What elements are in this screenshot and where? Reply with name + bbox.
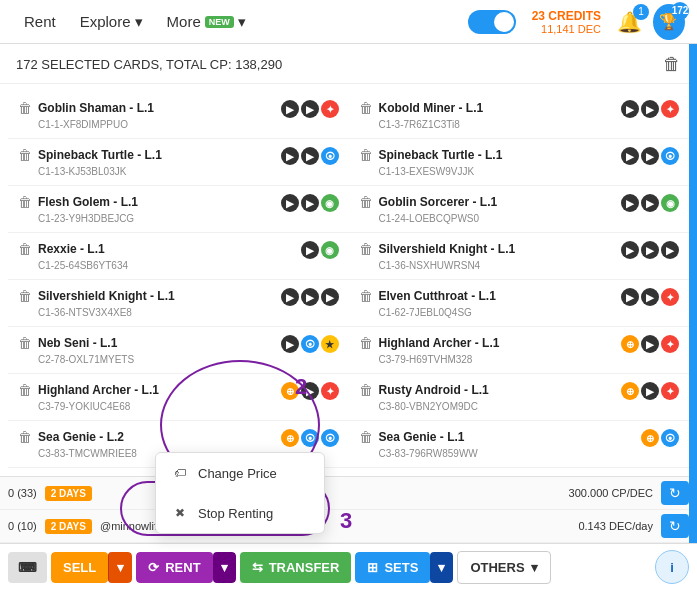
mode-toggle[interactable] xyxy=(468,10,516,34)
avatar-button[interactable]: 🏆 172 xyxy=(653,6,685,38)
rent-icon: ⟳ xyxy=(148,560,159,575)
toggle-switch-area[interactable] xyxy=(468,10,516,34)
info-button[interactable]: i xyxy=(655,550,689,584)
card-name: Rexxie - L.1 ▶◉ xyxy=(38,239,339,259)
card-id: C1-3-7R6Z1C3Ti8 xyxy=(379,119,680,130)
sets-arrow-button[interactable]: ▾ xyxy=(430,552,453,583)
list-item: 🗑 Silvershield Knight - L.1 ▶▶▶ C1-36-NS… xyxy=(349,233,690,280)
card-remove-button[interactable]: 🗑 xyxy=(359,429,373,445)
card-remove-button[interactable]: 🗑 xyxy=(359,194,373,210)
card-remove-button[interactable]: 🗑 xyxy=(359,241,373,257)
card-icons: ▶▶◉ xyxy=(281,194,339,212)
card-remove-button[interactable]: 🗑 xyxy=(18,335,32,351)
stop-renting-item[interactable]: ✖ Stop Renting xyxy=(156,493,324,533)
card-remove-button[interactable]: 🗑 xyxy=(359,382,373,398)
toggle-knob xyxy=(494,12,514,32)
green-icon: ◉ xyxy=(321,194,339,212)
dark-icon: ▶ xyxy=(621,100,639,118)
card-name: Goblin Sorcerer - L.1 ▶▶◉ xyxy=(379,192,680,212)
card-remove-button[interactable]: 🗑 xyxy=(18,429,32,445)
dark-icon: ▶ xyxy=(641,335,659,353)
card-remove-button[interactable]: 🗑 xyxy=(18,288,32,304)
card-info: Silvershield Knight - L.1 ▶▶▶ C1-36-NTSV… xyxy=(38,286,339,318)
card-id: C1-1-XF8DIMPPUO xyxy=(38,119,339,130)
card-icons: ⊕▶✦ xyxy=(621,382,679,400)
card-icons: ▶▶✦ xyxy=(621,100,679,118)
card-remove-button[interactable]: 🗑 xyxy=(18,100,32,116)
change-price-item[interactable]: 🏷 Change Price xyxy=(156,453,324,493)
credits-area[interactable]: 23 CREDITS 11,141 DEC xyxy=(532,9,601,35)
notification-button[interactable]: 🔔 1 xyxy=(613,6,645,38)
selection-bar: 172 SELECTED CARDS, TOTAL CP: 138,290 🗑 xyxy=(0,44,697,84)
card-id: C3-80-VBN2YOM9DC xyxy=(379,401,680,412)
list-item: 🗑 Flesh Golem - L.1 ▶▶◉ C1-23-Y9H3DBEJCG xyxy=(8,186,349,233)
others-button[interactable]: OTHERS ▾ xyxy=(457,551,550,584)
dark-icon: ▶ xyxy=(621,241,639,259)
card-id: C1-13-EXESW9VJJK xyxy=(379,166,680,177)
rent-button[interactable]: ⟳ RENT xyxy=(136,552,212,583)
row1-count: 0 (33) xyxy=(8,487,37,499)
sell-arrow-button[interactable]: ▾ xyxy=(108,552,132,583)
red-icon: ✦ xyxy=(321,382,339,400)
card-remove-button[interactable]: 🗑 xyxy=(359,288,373,304)
row1-refresh-button[interactable]: ↻ xyxy=(661,481,689,505)
card-remove-button[interactable]: 🗑 xyxy=(359,147,373,163)
list-item: 🗑 Rusty Android - L.1 ⊕▶✦ C3-80-VBN2YOM9… xyxy=(349,374,690,421)
card-icons: ▶▶⦿ xyxy=(281,147,339,165)
avatar-badge: 172 xyxy=(671,2,689,20)
rent-arrow-button[interactable]: ▾ xyxy=(213,552,236,583)
dark-icon: ▶ xyxy=(301,194,319,212)
top-navigation: Rent Explore ▾ More NEW ▾ 23 CREDITS 11,… xyxy=(0,0,697,44)
delete-all-button[interactable]: 🗑 xyxy=(663,54,681,75)
card-id: C3-79-H69TVHM328 xyxy=(379,354,680,365)
dark-icon: ▶ xyxy=(621,288,639,306)
sell-button[interactable]: SELL xyxy=(51,552,108,583)
nav-more[interactable]: More NEW ▾ xyxy=(155,0,258,44)
others-chevron-icon: ▾ xyxy=(531,560,538,575)
card-id: C1-36-NTSV3X4XE8 xyxy=(38,307,339,318)
card-info: Goblin Shaman - L.1 ▶▶✦ C1-1-XF8DIMPPUO xyxy=(38,98,339,130)
red-icon: ✦ xyxy=(661,335,679,353)
list-item: 🗑 Highland Archer - L.1 ⊕▶✦ C3-79-YOKIUC… xyxy=(8,374,349,421)
red-icon: ✦ xyxy=(661,100,679,118)
dec-label: 11,141 DEC xyxy=(541,23,601,35)
nav-rent[interactable]: Rent xyxy=(12,0,68,44)
nav-explore[interactable]: Explore ▾ xyxy=(68,0,155,44)
dark-icon: ▶ xyxy=(661,241,679,259)
dark-icon: ▶ xyxy=(301,147,319,165)
row2-cp: 0.143 DEC/day xyxy=(578,520,653,532)
red-icon: ✦ xyxy=(661,288,679,306)
card-icons: ▶▶⦿ xyxy=(621,147,679,165)
card-remove-button[interactable]: 🗑 xyxy=(359,335,373,351)
sets-button[interactable]: ⊞ SETS xyxy=(355,552,430,583)
card-remove-button[interactable]: 🗑 xyxy=(18,241,32,257)
bottom-row-2: 0 (10) 2 DAYS @minnowlife yROA-B: 67.83%… xyxy=(0,510,697,543)
card-id: C1-36-NSXHUWRSN4 xyxy=(379,260,680,271)
card-remove-button[interactable]: 🗑 xyxy=(18,194,32,210)
card-info: Elven Cutthroat - L.1 ▶▶✦ C1-62-7JEBL0Q4… xyxy=(379,286,680,318)
card-name: Highland Archer - L.1 ⊕▶✦ xyxy=(38,380,339,400)
card-remove-button[interactable]: 🗑 xyxy=(359,100,373,116)
card-id: C1-13-KJ53BL03JK xyxy=(38,166,339,177)
card-remove-button[interactable]: 🗑 xyxy=(18,382,32,398)
dark-icon: ▶ xyxy=(641,147,659,165)
cards-grid: 🗑 Goblin Shaman - L.1 ▶▶✦ C1-1-XF8DIMPPU… xyxy=(0,84,697,476)
card-icons: ▶▶✦ xyxy=(281,100,339,118)
row2-count: 0 (10) xyxy=(8,520,37,532)
dark-icon: ▶ xyxy=(281,335,299,353)
row2-user: @minnowlife xyxy=(100,520,163,532)
card-info: Rexxie - L.1 ▶◉ C1-25-64SB6YT634 xyxy=(38,239,339,271)
keyboard-button[interactable]: ⌨ xyxy=(8,552,47,583)
notification-badge: 1 xyxy=(633,4,649,20)
card-id: C3-83-796RW859WW xyxy=(379,448,680,459)
dark-icon: ▶ xyxy=(281,288,299,306)
card-remove-button[interactable]: 🗑 xyxy=(18,147,32,163)
row2-refresh-button[interactable]: ↻ xyxy=(661,514,689,538)
card-icons: ▶▶◉ xyxy=(621,194,679,212)
card-info: Kobold Miner - L.1 ▶▶✦ C1-3-7R6Z1C3Ti8 xyxy=(379,98,680,130)
dark-icon: ▶ xyxy=(301,382,319,400)
transfer-button[interactable]: ⇆ TRANSFER xyxy=(240,552,352,583)
main-content: 172 SELECTED CARDS, TOTAL CP: 138,290 🗑 … xyxy=(0,44,697,590)
sell-group: SELL ▾ xyxy=(51,552,132,583)
yellow-icon: ★ xyxy=(321,335,339,353)
